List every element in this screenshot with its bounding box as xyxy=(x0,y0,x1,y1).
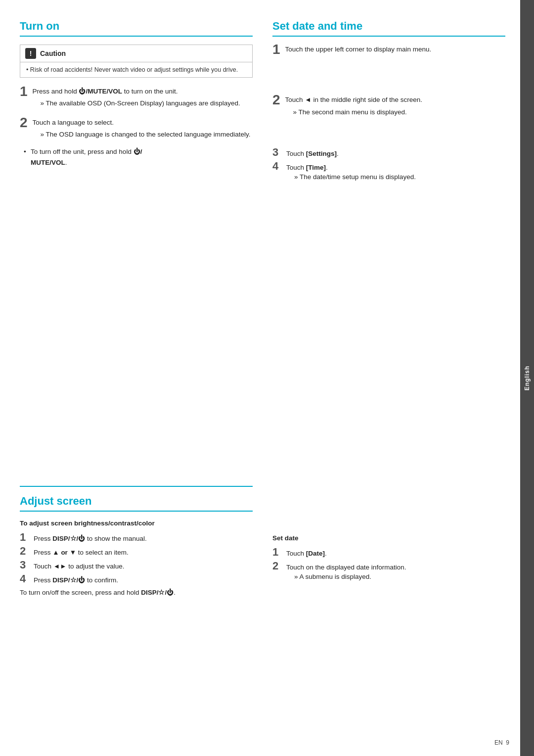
adjust-screen-section: Adjust screen To adjust screen brightnes… xyxy=(20,475,253,741)
sdt-step4-num: 4 xyxy=(272,161,282,172)
sdt-step3-num: 3 xyxy=(272,147,282,158)
adjust-step3: 3 Touch ◄► to adjust the value. xyxy=(20,560,253,570)
caution-header: ! Caution xyxy=(20,45,252,62)
turn-on-title: Turn on xyxy=(20,20,253,37)
adjust-step4-num: 4 xyxy=(20,573,30,584)
set-date-step2-content: Touch on the displayed date information.… xyxy=(286,564,406,580)
sdt-step2-content: Touch ◄ in the middle right side of the … xyxy=(285,95,505,117)
caution-content: • Risk of road accidents! Never watch vi… xyxy=(20,62,252,77)
step2-content: Touch a language to select. The OSD lang… xyxy=(33,118,253,140)
step1-text: Press and hold ⏻/MUTE/VOL to turn on the… xyxy=(33,87,253,96)
adjust-step3-num: 3 xyxy=(20,560,30,570)
footer-page-num: 9 xyxy=(506,739,509,746)
set-date-subsection: Set date xyxy=(272,534,505,542)
step2-sub: The OSD language is changed to the selec… xyxy=(41,130,253,140)
side-tab-text: English xyxy=(524,366,531,390)
sdt-step2-num: 2 xyxy=(272,93,280,107)
step1-num: 1 xyxy=(20,85,28,98)
sdt-step2-text: Touch ◄ in the middle right side of the … xyxy=(285,95,505,105)
turn-on-section: Turn on ! Caution • Risk of road acciden… xyxy=(20,15,253,327)
main-content: Turn on ! Caution • Risk of road acciden… xyxy=(0,0,520,756)
turn-on-step2: 2 Touch a language to select. The OSD la… xyxy=(20,118,253,140)
sdt-step4: 4 Touch [Time]. The date/time setup menu… xyxy=(272,161,505,181)
adjust-step1-text: Press DISP/☆/⏻ to show the manual. xyxy=(34,534,147,542)
caution-box: ! Caution • Risk of road accidents! Neve… xyxy=(20,45,253,78)
sdt-step4-content: Touch [Time]. The date/time setup menu i… xyxy=(286,164,416,181)
adjust-footer: To turn on/off the screen, press and hol… xyxy=(20,587,253,598)
turn-on-step1: 1 Press and hold ⏻/MUTE/VOL to turn on t… xyxy=(20,87,253,109)
set-date-step1-text: Touch [Date]. xyxy=(286,550,327,557)
sdt-step3: 3 Touch [Settings]. xyxy=(272,147,505,158)
adjust-step2-num: 2 xyxy=(20,546,30,557)
set-date-content: Set date 1 Touch [Date]. 2 Touch on the … xyxy=(272,534,505,580)
adjust-step4-text: Press DISP/☆/⏻ to confirm. xyxy=(34,576,118,584)
caution-bullet: • xyxy=(26,66,30,73)
adjust-subsection-title: To adjust screen brightness/contrast/col… xyxy=(20,520,253,527)
sdt-step1-num: 1 xyxy=(272,43,280,56)
set-date-step2-sub: A submenu is displayed. xyxy=(294,573,406,580)
step1-content: Press and hold ⏻/MUTE/VOL to turn on the… xyxy=(33,87,253,109)
set-date-step1: 1 Touch [Date]. xyxy=(272,547,505,558)
caution-text: Risk of road accidents! Never watch vide… xyxy=(30,66,238,73)
adjust-step4: 4 Press DISP/☆/⏻ to confirm. xyxy=(20,573,253,584)
page: Turn on ! Caution • Risk of road acciden… xyxy=(0,0,534,756)
adjust-screen-title: Adjust screen xyxy=(20,495,253,512)
sdt-step1: 1 Touch the upper left corner to display… xyxy=(272,45,505,55)
side-tab: English xyxy=(520,0,534,756)
adjust-step2: 2 Press ▲ or ▼ to select an item. xyxy=(20,546,253,557)
sdt-step3-text: Touch [Settings]. xyxy=(286,150,339,157)
step2-num: 2 xyxy=(20,116,28,130)
caution-icon: ! xyxy=(25,48,36,59)
sdt-step1-text: Touch the upper left corner to display m… xyxy=(285,45,505,54)
page-footer: EN 9 xyxy=(494,739,509,746)
adjust-divider xyxy=(20,486,253,487)
sdt-step2: 2 Touch ◄ in the middle right side of th… xyxy=(272,95,505,117)
set-date-step1-num: 1 xyxy=(272,547,282,558)
set-date-step2: 2 Touch on the displayed date informatio… xyxy=(272,561,505,580)
sdt-step4-sub: The date/time setup menu is displayed. xyxy=(294,173,416,181)
adjust-step1-num: 1 xyxy=(20,532,30,543)
footer-lang: EN xyxy=(494,739,503,746)
set-date-step2-num: 2 xyxy=(272,561,282,571)
sdt-step2-sub: The second main menu is displayed. xyxy=(293,107,505,117)
adjust-step3-text: Touch ◄► to adjust the value. xyxy=(34,563,125,570)
set-date-time-title: Set date and time xyxy=(272,20,505,37)
adjust-step2-text: Press ▲ or ▼ to select an item. xyxy=(34,549,129,556)
step1-sub: The available OSD (On-Screen Display) la… xyxy=(41,98,253,108)
sdt-steps-34: 3 Touch [Settings]. 4 Touch [Time]. The … xyxy=(272,147,505,181)
adjust-step1: 1 Press DISP/☆/⏻ to show the manual. xyxy=(20,532,253,543)
caution-label: Caution xyxy=(40,49,66,57)
step2-text: Touch a language to select. xyxy=(33,118,253,128)
set-date-time-section: Set date and time 1 Touch the upper left… xyxy=(272,15,505,327)
turn-on-bullet: To turn off the unit, press and hold ⏻/M… xyxy=(24,146,253,168)
sdt-step1-content: Touch the upper left corner to display m… xyxy=(285,45,505,55)
set-date-section: Set date 1 Touch [Date]. 2 Touch on the … xyxy=(272,475,505,741)
